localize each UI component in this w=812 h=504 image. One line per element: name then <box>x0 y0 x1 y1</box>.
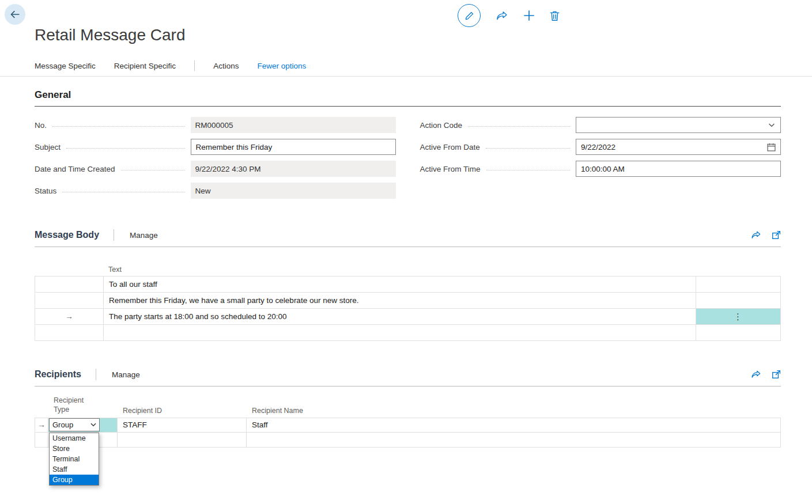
table-row: Remember this Friday, we have a small pa… <box>35 293 781 309</box>
recipient-name-cell[interactable]: Staff <box>247 418 781 432</box>
message-body-heading: Message Body <box>35 230 99 240</box>
recipient-type-select[interactable]: Group <box>49 418 100 431</box>
status-field-row: Status New <box>35 180 396 202</box>
calendar-icon[interactable] <box>767 143 776 151</box>
recipients-divider <box>35 386 781 386</box>
dropdown-option-group[interactable]: Group <box>50 475 99 485</box>
row-end-cell[interactable] <box>696 293 781 308</box>
menu-divider <box>0 76 812 77</box>
row-selector-cell[interactable] <box>35 433 48 447</box>
general-form: No. RM000005 Subject Date and Time Creat… <box>35 114 781 202</box>
recipient-type-column-header: Recipient Type <box>48 396 101 415</box>
recipient-id-cell[interactable]: STAFF <box>118 418 247 432</box>
message-body-header-icons <box>751 230 781 240</box>
action-code-field[interactable] <box>576 117 781 133</box>
dotted-leader <box>52 126 184 127</box>
message-body-section: Message Body Manage Text To all our staf… <box>35 228 781 341</box>
active-from-date-input[interactable] <box>581 143 764 151</box>
message-body-manage-tab[interactable]: Manage <box>130 231 158 240</box>
subject-label: Subject <box>35 143 61 151</box>
row-selector-cell[interactable] <box>35 293 104 308</box>
date-created-field-row: Date and Time Created 9/22/2022 4:30 PM <box>35 158 396 180</box>
add-button[interactable] <box>523 10 535 21</box>
row-selector-cell[interactable] <box>35 325 104 340</box>
recipient-name-cell[interactable] <box>247 433 781 447</box>
menu-recipient-specific[interactable]: Recipient Specific <box>114 62 176 70</box>
recipient-type-selected-value: Group <box>52 420 73 429</box>
active-from-time-field[interactable] <box>576 161 781 177</box>
recipients-manage-tab[interactable]: Manage <box>112 370 140 379</box>
action-code-field-row: Action Code <box>420 114 781 136</box>
delete-button[interactable] <box>550 10 560 21</box>
recipients-open-in-new-icon[interactable] <box>772 370 781 379</box>
status-value: New <box>195 187 211 195</box>
text-cell[interactable] <box>104 325 696 340</box>
action-code-input[interactable] <box>581 121 764 130</box>
row-end-cell[interactable] <box>696 276 781 292</box>
active-from-date-field[interactable] <box>576 139 781 155</box>
row-selector-cell[interactable] <box>35 276 104 292</box>
subject-input[interactable] <box>196 143 391 151</box>
header-separator <box>114 229 114 241</box>
recipients-share-icon[interactable] <box>751 370 761 379</box>
recipient-type-dropdown: Username Store Terminal Staff Group <box>49 433 99 486</box>
action-code-label: Action Code <box>420 121 463 130</box>
menu-fewer-options[interactable]: Fewer options <box>257 62 306 70</box>
row-ellipsis-cell[interactable]: ⋮ <box>696 309 781 324</box>
date-created-value: 9/22/2022 4:30 PM <box>195 165 261 173</box>
table-row <box>35 325 781 341</box>
status-field: New <box>191 183 396 199</box>
dropdown-option-staff[interactable]: Staff <box>50 464 99 475</box>
menu-message-specific[interactable]: Message Specific <box>35 62 96 70</box>
row-end-cell[interactable] <box>696 325 781 340</box>
message-body-share-icon[interactable] <box>751 230 761 240</box>
recipient-id-column-header: Recipient ID <box>118 407 247 415</box>
recipients-heading: Recipients <box>35 369 81 380</box>
recipient-type-cell[interactable]: Group Username Store Terminal Staff Grou… <box>48 418 118 432</box>
no-field-row: No. RM000005 <box>35 114 396 136</box>
active-from-time-field-row: Active From Time <box>420 158 781 180</box>
general-divider <box>35 106 781 107</box>
recipients-header-icons <box>751 370 781 379</box>
table-row-selected: → The party starts at 18:00 and so sched… <box>35 309 781 325</box>
text-cell[interactable]: To all our staff <box>104 276 696 292</box>
general-form-right: Action Code Active From Date <box>420 114 781 202</box>
dropdown-option-terminal[interactable]: Terminal <box>50 454 99 464</box>
subject-field[interactable] <box>191 139 396 155</box>
active-from-time-input[interactable] <box>581 165 776 173</box>
text-cell[interactable]: The party starts at 18:00 and so schedul… <box>104 309 696 324</box>
row-selector-cell[interactable]: → <box>35 309 104 324</box>
share-button[interactable] <box>496 10 508 21</box>
message-body-open-in-new-icon[interactable] <box>772 230 781 240</box>
dotted-leader <box>62 192 184 192</box>
active-from-date-label: Active From Date <box>420 143 480 151</box>
edit-button[interactable] <box>458 4 481 27</box>
header-separator <box>96 369 96 380</box>
message-body-header: Message Body Manage <box>35 228 781 242</box>
dotted-leader <box>121 170 185 170</box>
date-created-label: Date and Time Created <box>35 165 115 173</box>
ellipsis-icon: ⋮ <box>734 312 743 322</box>
dropdown-option-store[interactable]: Store <box>50 444 99 454</box>
chevron-down-icon[interactable] <box>768 121 776 129</box>
recipient-row-selected: → Group Username Store Terminal Staff Gr… <box>35 418 781 433</box>
text-cell[interactable]: Remember this Friday, we have a small pa… <box>104 293 696 308</box>
dotted-leader <box>66 148 184 149</box>
recipient-id-cell[interactable] <box>118 433 247 447</box>
active-from-time-label: Active From Time <box>420 165 481 173</box>
general-heading: General <box>35 89 781 101</box>
no-label: No. <box>35 121 47 130</box>
recipients-column-headers: Recipient Type Recipient ID Recipient Na… <box>35 396 781 418</box>
active-row-arrow-icon: → <box>65 312 73 321</box>
date-created-field: 9/22/2022 4:30 PM <box>191 161 396 177</box>
plus-icon <box>523 10 535 21</box>
trash-icon <box>550 10 560 21</box>
menu-separator <box>194 60 195 71</box>
dropdown-option-username[interactable]: Username <box>50 433 99 444</box>
back-button[interactable] <box>5 4 25 25</box>
recipients-section: Recipients Manage Recipient Type Recipie… <box>35 367 781 448</box>
table-row: To all our staff <box>35 276 781 293</box>
menu-actions[interactable]: Actions <box>213 62 239 70</box>
row-selector-cell[interactable]: → <box>35 418 48 432</box>
recipient-name-column-header: Recipient Name <box>247 407 781 415</box>
